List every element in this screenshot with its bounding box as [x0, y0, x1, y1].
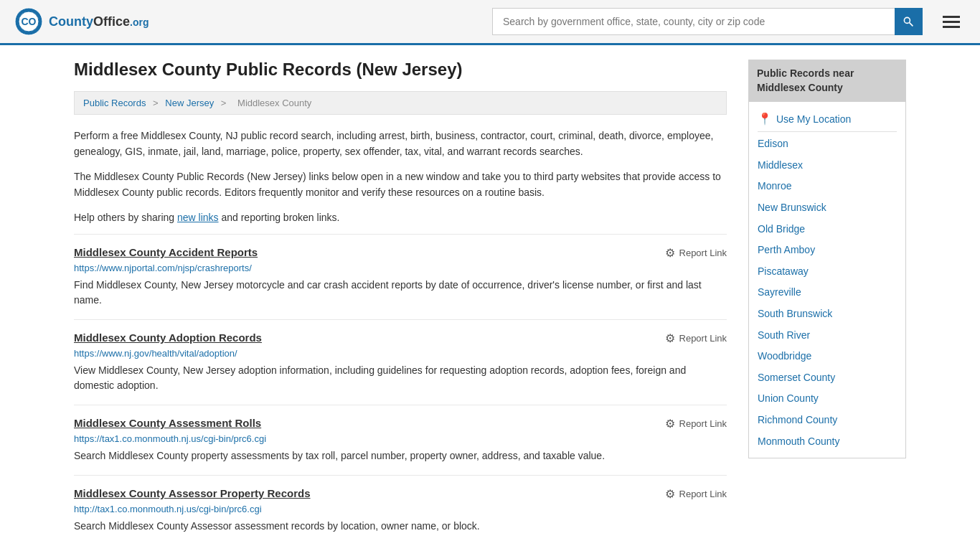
- record-header-3: Middlesex County Assessor Property Recor…: [74, 487, 727, 501]
- record-url-1[interactable]: https://www.nj.gov/health/vital/adoption…: [74, 348, 727, 359]
- sidebar-link-old-bridge[interactable]: Old Bridge: [758, 219, 897, 240]
- sidebar-link-middlesex[interactable]: Middlesex: [758, 155, 897, 176]
- svg-text:CO: CO: [22, 16, 37, 27]
- report-link-label-2: Report Link: [679, 418, 727, 429]
- new-links-link[interactable]: new links: [177, 212, 219, 223]
- report-icon-1: ⚙: [665, 331, 675, 345]
- sidebar-link-south-brunswick[interactable]: South Brunswick: [758, 303, 897, 325]
- desc3-prefix: Help others by sharing: [74, 212, 177, 223]
- record-title-1[interactable]: Middlesex County Adoption Records: [74, 331, 262, 344]
- report-link-label-1: Report Link: [679, 333, 727, 344]
- record-url-0[interactable]: https://www.njportal.com/njsp/crashrepor…: [74, 263, 727, 273]
- svg-point-3: [905, 17, 910, 23]
- record-header-0: Middlesex County Accident Reports ⚙ Repo…: [74, 246, 727, 260]
- report-link-0[interactable]: ⚙ Report Link: [665, 246, 727, 260]
- report-link-label-3: Report Link: [679, 489, 727, 499]
- report-icon-3: ⚙: [665, 487, 675, 501]
- record-description-0: Find Middlesex County, New Jersey motorc…: [74, 278, 727, 308]
- use-location-label: Use My Location: [776, 113, 851, 125]
- logo-link[interactable]: CO CountyOffice.org: [14, 7, 149, 36]
- sidebar-link-south-river[interactable]: South River: [758, 325, 897, 347]
- record-header-2: Middlesex County Assessment Rolls ⚙ Repo…: [74, 417, 727, 430]
- record-title-3[interactable]: Middlesex County Assessor Property Recor…: [74, 487, 311, 499]
- sidebar-link-monmouth-county[interactable]: Monmouth County: [758, 431, 897, 453]
- record-url-3[interactable]: http://tax1.co.monmouth.nj.us/cgi-bin/pr…: [74, 504, 727, 514]
- breadcrumb-link-public-records[interactable]: Public Records: [83, 98, 146, 108]
- search-icon: [903, 16, 914, 27]
- search-button[interactable]: [895, 8, 923, 35]
- site-header: CO CountyOffice.org: [0, 0, 980, 45]
- report-link-3[interactable]: ⚙ Report Link: [665, 487, 727, 501]
- sidebar-title: Public Records near Middlesex County: [748, 60, 906, 102]
- sidebar-link-richmond-county[interactable]: Richmond County: [758, 410, 897, 431]
- sidebar-link-monroe[interactable]: Monroe: [758, 176, 897, 197]
- report-link-1[interactable]: ⚙ Report Link: [665, 331, 727, 345]
- report-link-2[interactable]: ⚙ Report Link: [665, 417, 727, 430]
- records-container: Middlesex County Accident Reports ⚙ Repo…: [74, 234, 727, 545]
- use-my-location-link[interactable]: 📍 Use My Location: [758, 108, 897, 130]
- page-title: Middlesex County Public Records (New Jer…: [74, 60, 727, 80]
- sidebar-link-piscataway[interactable]: Piscataway: [758, 261, 897, 283]
- record-entry: Middlesex County Assessment Rolls ⚙ Repo…: [74, 405, 727, 475]
- sidebar-link-woodbridge[interactable]: Woodbridge: [758, 346, 897, 367]
- logo-icon: CO: [14, 7, 43, 36]
- menu-line: [943, 26, 960, 28]
- record-entry: Middlesex County Assessor Property Recor…: [74, 475, 727, 545]
- record-entry: Middlesex County Adoption Records ⚙ Repo…: [74, 319, 727, 405]
- sidebar-divider: [758, 131, 897, 132]
- breadcrumb-current: Middlesex County: [237, 98, 311, 108]
- record-description-1: View Middlesex County, New Jersey adopti…: [74, 363, 727, 393]
- left-content: Middlesex County Public Records (New Jer…: [74, 60, 727, 545]
- report-link-label-0: Report Link: [679, 248, 727, 258]
- sidebar-link-sayreville[interactable]: Sayreville: [758, 282, 897, 303]
- sidebar-link-new-brunswick[interactable]: New Brunswick: [758, 197, 897, 219]
- sidebar: Public Records near Middlesex County 📍 U…: [748, 60, 906, 545]
- description-3: Help others by sharing new links and rep…: [74, 209, 727, 225]
- breadcrumb-link-new-jersey[interactable]: New Jersey: [165, 98, 214, 108]
- breadcrumb-sep1: >: [153, 98, 159, 108]
- record-description-2: Search Middlesex County property assessm…: [74, 448, 727, 463]
- sidebar-links: EdisonMiddlesexMonroeNew BrunswickOld Br…: [758, 133, 897, 452]
- sidebar-content: 📍 Use My Location EdisonMiddlesexMonroeN…: [748, 102, 906, 458]
- record-header-1: Middlesex County Adoption Records ⚙ Repo…: [74, 331, 727, 345]
- report-icon-2: ⚙: [665, 417, 675, 430]
- description-2: The Middlesex County Public Records (New…: [74, 169, 727, 201]
- description-1: Perform a free Middlesex County, NJ publ…: [74, 128, 727, 160]
- desc3-suffix: and reporting broken links.: [219, 212, 340, 223]
- search-input[interactable]: [492, 8, 895, 35]
- menu-line: [943, 16, 960, 18]
- record-title-2[interactable]: Middlesex County Assessment Rolls: [74, 417, 261, 429]
- logo-text: CountyOffice.org: [49, 14, 149, 29]
- record-title-0[interactable]: Middlesex County Accident Reports: [74, 246, 258, 258]
- breadcrumb-sep2: >: [221, 98, 227, 108]
- location-pin-icon: 📍: [758, 112, 772, 126]
- record-description-3: Search Middlesex County Assessor assessm…: [74, 519, 727, 534]
- breadcrumb: Public Records > New Jersey > Middlesex …: [74, 91, 727, 115]
- menu-line: [943, 21, 960, 23]
- search-area: [492, 8, 923, 35]
- report-icon-0: ⚙: [665, 246, 675, 260]
- main-content: Middlesex County Public Records (New Jer…: [60, 45, 920, 551]
- record-entry: Middlesex County Accident Reports ⚙ Repo…: [74, 234, 727, 319]
- record-url-2[interactable]: https://tax1.co.monmouth.nj.us/cgi-bin/p…: [74, 433, 727, 444]
- hamburger-menu-button[interactable]: [937, 13, 966, 31]
- sidebar-link-edison[interactable]: Edison: [758, 133, 897, 155]
- sidebar-link-union-county[interactable]: Union County: [758, 388, 897, 410]
- sidebar-link-somerset-county[interactable]: Somerset County: [758, 367, 897, 389]
- sidebar-link-perth-amboy[interactable]: Perth Amboy: [758, 240, 897, 261]
- svg-line-4: [910, 23, 913, 27]
